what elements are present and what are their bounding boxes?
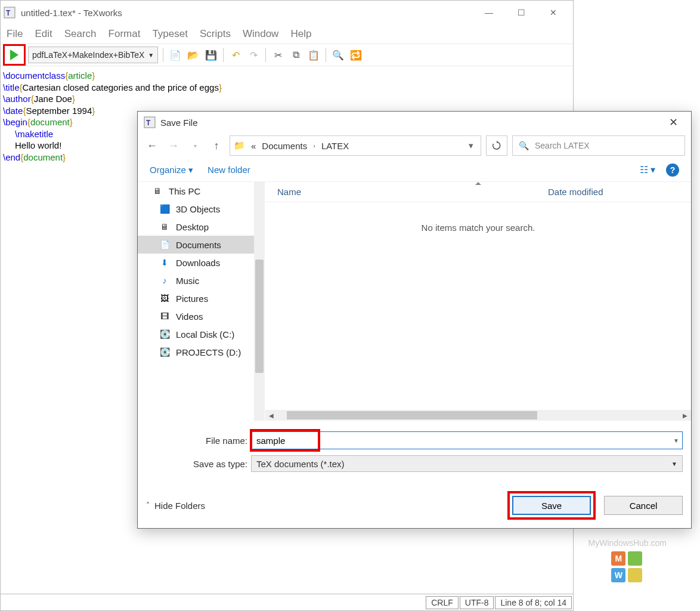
save-icon[interactable]: 💾 [204,48,218,62]
chevron-down-icon: ▼ [148,52,154,58]
tree-label: Pictures [176,294,208,304]
column-name[interactable]: Name [277,187,548,197]
engine-select[interactable]: pdfLaTeX+MakeIndex+BibTeX ▼ [28,47,158,63]
tree-videos[interactable]: 🎞Videos [138,307,265,325]
menu-edit[interactable]: Edit [35,28,52,40]
new-folder-button[interactable]: New folder [207,165,250,175]
tree-downloads[interactable]: ⬇Downloads [138,254,265,271]
dialog-footer: ˄ Hide Folders Save Cancel [138,482,691,528]
tree-desktop[interactable]: 🖥Desktop [138,218,265,236]
latex-command: \documentclass [3,70,65,81]
sort-indicator-icon [475,182,481,185]
tree-label: Downloads [176,258,220,268]
column-date[interactable]: Date modified [548,187,679,197]
cancel-button[interactable]: Cancel [604,496,683,515]
latex-text: Hello world! [15,140,61,150]
tree-label: Music [176,276,199,286]
find-icon[interactable]: 🔍 [331,48,345,62]
minimize-button[interactable]: — [481,8,497,17]
hide-folders-label: Hide Folders [154,501,205,511]
recent-dropdown[interactable]: ▾ [187,143,203,149]
breadcrumb-overflow[interactable]: « [251,141,256,151]
file-list[interactable]: Name Date modified No items match your s… [265,182,691,421]
back-button[interactable]: ← [144,140,160,152]
copy-icon[interactable]: ⧉ [289,48,303,62]
open-icon[interactable]: 📂 [186,48,200,62]
brace: } [92,70,95,81]
scroll-right-icon[interactable]: ▶ [680,412,690,419]
redo-icon[interactable]: ↷ [246,48,261,62]
brace: } [92,106,95,116]
hide-folders-toggle[interactable]: ˄ Hide Folders [146,501,205,511]
view-options-button[interactable]: ☷ ▾ [640,164,655,175]
new-icon[interactable]: 📄 [168,48,182,62]
disk-icon: 💽 [159,347,170,357]
play-icon [10,50,18,60]
tree-documents[interactable]: 📄Documents [138,236,265,254]
latex-text: Cartesian closed categories and the pric… [23,82,219,92]
status-position: Line 8 of 8; col 14 [495,596,572,609]
save-file-dialog: T Save File ✕ ← → ▾ ↑ 📁 « Documents › LA… [137,111,692,529]
filename-dropdown[interactable]: ▼ [673,437,679,444]
forward-button[interactable]: → [165,140,182,152]
videos-icon: 🎞 [159,311,170,322]
tree-this-pc[interactable]: 🖥This PC [138,182,265,200]
menubar: File Edit Search Format Typeset Scripts … [1,24,573,44]
scrollbar-thumb[interactable] [287,411,537,419]
toolbar-separator [223,48,224,62]
list-header: Name Date modified [265,182,691,202]
latex-arg: document [30,117,70,127]
close-button[interactable]: ✕ [546,8,561,17]
undo-icon[interactable]: ↶ [228,48,243,62]
scroll-left-icon[interactable]: ◀ [267,412,276,419]
scrollbar-thumb[interactable] [255,260,264,373]
chevron-down-icon: ▼ [671,461,677,467]
tree-local-disk[interactable]: 💽Local Disk (C:) [138,325,265,343]
search-input[interactable]: 🔍 Search LATEX [512,135,685,156]
folder-tree[interactable]: 🖥This PC 🟦3D Objects 🖥Desktop 📄Documents… [138,182,265,421]
toolbar-separator [163,48,163,62]
breadcrumb-item[interactable]: LATEX [321,141,349,151]
cut-icon[interactable]: ✂ [271,48,285,62]
breadcrumb-item[interactable]: Documents [262,141,307,151]
tree-music[interactable]: ♪Music [138,271,265,289]
app-icon: T [144,116,156,128]
brace: } [63,152,66,162]
filename-label: File name: [146,436,251,446]
organize-menu[interactable]: Organize ▾ [150,165,193,175]
typeset-button[interactable] [3,44,26,66]
menu-file[interactable]: File [7,28,23,40]
maximize-button[interactable]: ☐ [513,8,529,17]
breadcrumb[interactable]: 📁 « Documents › LATEX ▾ [230,135,481,156]
status-encoding[interactable]: UTF-8 [460,596,494,609]
tree-scrollbar[interactable] [254,182,265,421]
refresh-icon [492,141,501,150]
latex-text: September 1994 [26,106,92,116]
menu-scripts[interactable]: Scripts [200,28,231,40]
filename-input[interactable] [251,431,683,449]
replace-icon[interactable]: 🔁 [349,48,363,62]
menu-typeset[interactable]: Typeset [152,28,188,40]
tree-3d-objects[interactable]: 🟦3D Objects [138,200,265,218]
menu-window[interactable]: Window [243,28,278,40]
close-button[interactable]: ✕ [661,116,685,129]
savetype-select[interactable]: TeX documents (*.tex) ▼ [251,455,683,472]
help-button[interactable]: ? [666,163,679,177]
tree-pictures[interactable]: 🖼Pictures [138,289,265,307]
menu-format[interactable]: Format [109,28,141,40]
tree-label: Desktop [176,222,209,232]
latex-command: \maketitle [15,129,53,139]
menu-help[interactable]: Help [290,28,311,40]
menu-search[interactable]: Search [64,28,97,40]
highlight-box: Save [507,491,596,520]
save-button[interactable]: Save [512,496,591,515]
refresh-button[interactable] [486,135,507,156]
status-lineending[interactable]: CRLF [426,596,459,609]
up-button[interactable]: ↑ [208,140,225,152]
latex-command: \begin [3,117,27,127]
paste-icon[interactable]: 📋 [306,48,321,62]
breadcrumb-dropdown[interactable]: ▾ [469,140,477,151]
dialog-toolbar: Organize ▾ New folder ☷ ▾ ? [138,158,691,182]
list-scrollbar[interactable]: ◀ ▶ [265,410,691,421]
tree-projects-disk[interactable]: 💽PROJECTS (D:) [138,343,265,361]
